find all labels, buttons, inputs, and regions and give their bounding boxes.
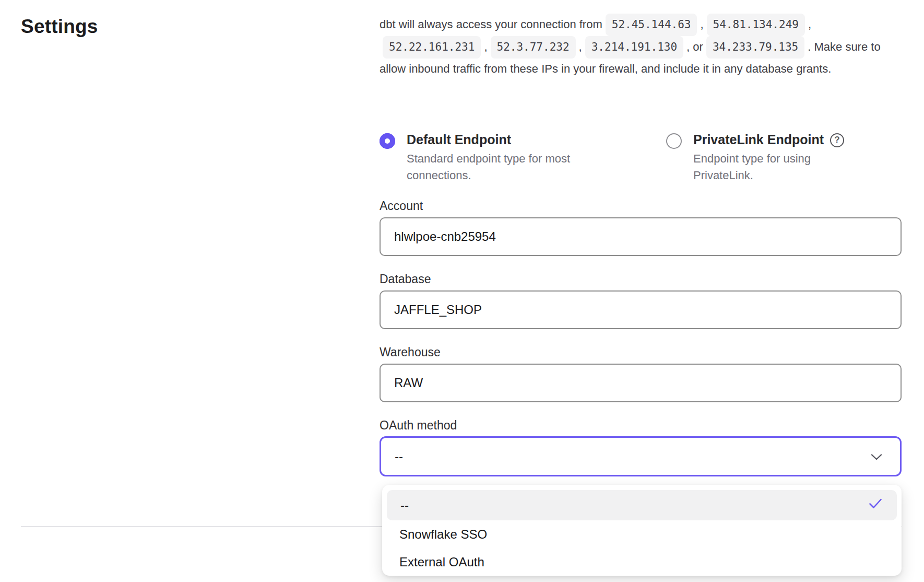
warehouse-input[interactable] bbox=[380, 364, 902, 402]
help-icon[interactable]: ? bbox=[830, 133, 844, 147]
separator: , bbox=[700, 18, 703, 31]
dropdown-option-external-oauth[interactable]: External OAuth bbox=[382, 548, 902, 576]
oauth-method-select[interactable]: -- bbox=[380, 436, 902, 476]
default-endpoint-description: Standard endpoint type for most connecti… bbox=[407, 150, 610, 184]
oauth-method-value: -- bbox=[395, 449, 403, 464]
chevron-down-icon bbox=[871, 449, 882, 464]
warehouse-label: Warehouse bbox=[380, 345, 441, 359]
option-label: Snowflake SSO bbox=[399, 527, 487, 542]
account-label: Account bbox=[380, 199, 423, 213]
option-label: External OAuth bbox=[399, 555, 484, 569]
separator: , bbox=[808, 18, 811, 31]
radio-privatelink-endpoint[interactable]: PrivateLink Endpoint ? Endpoint type for… bbox=[666, 132, 845, 184]
radio-unselected-icon[interactable] bbox=[666, 133, 682, 149]
separator: , bbox=[484, 40, 487, 53]
dropdown-option-none[interactable]: -- bbox=[387, 490, 897, 520]
database-label: Database bbox=[380, 272, 431, 286]
ip-address-chip: 34.233.79.135 bbox=[706, 36, 804, 59]
ip-address-chip: 52.3.77.232 bbox=[491, 36, 576, 59]
default-endpoint-label: Default Endpoint bbox=[407, 132, 511, 147]
intro-prefix: dbt will always access your connection f… bbox=[380, 18, 602, 31]
check-icon bbox=[869, 498, 882, 513]
ip-address-chip: 54.81.134.249 bbox=[707, 14, 805, 36]
radio-selected-icon[interactable] bbox=[380, 133, 395, 149]
ip-address-chip: 52.45.144.63 bbox=[606, 14, 697, 36]
oauth-method-label: OAuth method bbox=[380, 418, 457, 433]
radio-default-endpoint[interactable]: Default Endpoint Standard endpoint type … bbox=[380, 132, 610, 184]
ip-address-chip: 3.214.191.130 bbox=[585, 36, 683, 59]
separator: , bbox=[579, 40, 582, 53]
option-label: -- bbox=[400, 498, 409, 513]
dropdown-option-snowflake-sso[interactable]: Snowflake SSO bbox=[382, 520, 902, 548]
database-input[interactable] bbox=[380, 290, 902, 329]
separator: , or bbox=[686, 40, 703, 53]
privatelink-endpoint-label: PrivateLink Endpoint bbox=[693, 132, 824, 147]
account-input[interactable] bbox=[380, 217, 902, 256]
connection-ip-notice: dbt will always access your connection f… bbox=[380, 14, 902, 79]
settings-page: Settings dbt will always access your con… bbox=[0, 0, 924, 582]
ip-address-chip: 52.22.161.231 bbox=[383, 36, 481, 59]
oauth-method-dropdown: -- Snowflake SSO External OAuth bbox=[382, 485, 902, 576]
privatelink-endpoint-description: Endpoint type for using PrivateLink. bbox=[693, 150, 845, 184]
page-title: Settings bbox=[21, 16, 98, 38]
